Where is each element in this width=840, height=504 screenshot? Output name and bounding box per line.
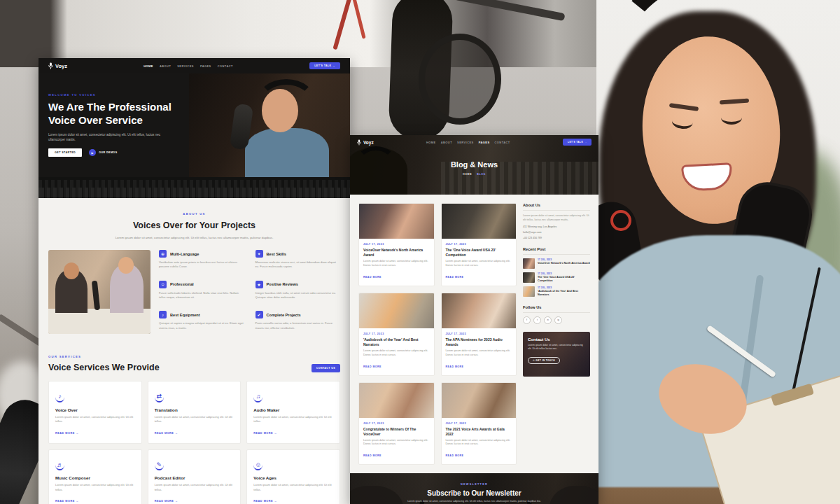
woman-with-headphones-photo (596, 0, 840, 504)
blog-post-card[interactable]: JULY 17, 2023 Congratulate to Winners Of… (358, 382, 435, 465)
get-in-touch-button[interactable]: ✆ GET IN TOUCH (528, 357, 560, 364)
main-nav: HOME ABOUT SERVICES PAGES CONTACT (144, 64, 233, 68)
blog-post-card[interactable]: JULY 17, 2023 'Audiobook of the Year' An… (358, 293, 435, 376)
blog-post-card[interactable]: JULY 17, 2023 The 2021 Voice Arts Awards… (441, 382, 517, 465)
read-more-link[interactable]: READ MORE → (155, 500, 178, 503)
post-image (442, 204, 517, 239)
our-demos-button[interactable]: ▶ OUR DEMOS (89, 149, 117, 156)
logo-text: Voyz (363, 140, 374, 145)
feature-positive-reviews: ★Positive Reviews Integer faucibus nibh … (255, 281, 341, 304)
post-title[interactable]: The 'One Voice Award USA 23' Competition (446, 248, 512, 258)
feature-title: Complete Projects (267, 313, 301, 317)
read-more-link[interactable]: READ MORE (446, 365, 464, 368)
recent-post-item[interactable]: 17 JUL, 2023 VoiceOver Network's North A… (523, 258, 590, 269)
read-more-link[interactable]: READ MORE → (253, 432, 277, 435)
read-more-link[interactable]: READ MORE → (55, 500, 79, 503)
post-date: JULY 17, 2023 (363, 243, 430, 246)
service-card-translation[interactable]: ⇄ Translation Lorem ipsum dolor sit amet… (148, 381, 241, 444)
service-card-music-composer[interactable]: ♬ Music Composer Lorem ipsum dolor sit a… (48, 449, 142, 504)
read-more-link[interactable]: READ MORE → (55, 432, 79, 435)
breadcrumb-current: BLOG (477, 173, 486, 176)
nav-home[interactable]: HOME (144, 64, 153, 68)
address: 411 Winning way, Los Angeles (523, 225, 590, 228)
service-cards: ♪ Voice Over Lorem ipsum dolor sit amet,… (48, 381, 340, 504)
contact-card-text: Lorem ipsum dolor sit amet, consectetur … (528, 344, 585, 351)
voyz-logo[interactable]: Voyz (357, 139, 374, 146)
about-title: Voices Over for Your Projects (48, 220, 340, 230)
read-more-link[interactable]: READ MORE (363, 276, 382, 279)
service-description: Lorem ipsum dolor sit amet, consectetur … (253, 415, 333, 424)
headphones-icon: ♫ (253, 392, 262, 402)
mic-icon: ♪ (159, 311, 167, 318)
service-card-voice-over[interactable]: ♪ Voice Over Lorem ipsum dolor sit amet,… (48, 381, 142, 444)
service-description: Lorem ipsum dolor sit amet, consectetur … (155, 483, 234, 492)
contact-us-widget[interactable]: Contact Us Lorem ipsum dolor sit amet, c… (523, 332, 590, 377)
voyz-logo[interactable]: Voyz (48, 62, 67, 69)
feature-description: Fusce sollicitudin lobortis eleifend. Nu… (159, 291, 244, 300)
recent-post-item[interactable]: 17 JUL, 2023 'Audiobook of the Year' And… (523, 286, 590, 297)
widget-title: About Us (523, 203, 590, 211)
page-title: Blog & News (350, 160, 598, 169)
recent-post-title[interactable]: 'Audiobook of the Year' And Best Narrato… (538, 290, 590, 297)
breadcrumb-home[interactable]: HOME (463, 173, 472, 176)
blog-post-card[interactable]: JULY 17, 2023 The APA Nominees for 2023 … (441, 293, 517, 376)
feature-best-equipment: ♪Best Equipment Quisque et sapien a magn… (159, 311, 244, 334)
home-header: Voyz HOME ABOUT SERVICES PAGES CONTACT L… (38, 58, 350, 74)
service-title: Voice Over (55, 407, 135, 412)
post-title[interactable]: The 2021 Voice Arts Awards at Gala 2022 (446, 427, 512, 437)
check-icon: ✔ (255, 311, 263, 318)
edit-icon: ✎ (155, 460, 164, 470)
phone[interactable]: +00 123 456 789 (523, 237, 590, 239)
twitter-icon[interactable]: t (533, 316, 541, 324)
service-description: Lorem ipsum dolor sit amet, consectetur … (253, 483, 333, 492)
blog-post-card[interactable]: JULY 17, 2023 The 'One Voice Award USA 2… (441, 203, 517, 286)
get-started-button[interactable]: GET STARTED (48, 148, 82, 157)
post-title[interactable]: VoiceOver Network's North America Award (363, 248, 430, 258)
read-more-link[interactable]: READ MORE → (155, 432, 178, 435)
blog-post-card[interactable]: JULY 17, 2023 VoiceOver Network's North … (358, 203, 435, 286)
feature-title: Best Skills (267, 252, 286, 256)
nav-contact[interactable]: CONTACT (495, 141, 510, 144)
lets-talk-button[interactable]: LET'S TALK → (309, 62, 340, 69)
recent-post-title[interactable]: VoiceOver Network's North America Award (538, 262, 590, 265)
recent-post-thumbnail (523, 258, 535, 269)
translation-icon: ⇄ (155, 392, 164, 402)
post-image (359, 204, 434, 239)
mic-logo-icon (357, 139, 361, 146)
read-more-link[interactable]: READ MORE (363, 454, 382, 457)
lets-talk-button[interactable]: LET'S TALK → (563, 139, 592, 146)
nav-about[interactable]: ABOUT (160, 64, 171, 68)
service-card-voice-ages[interactable]: ☺ Voice Ages Lorem ipsum dolor sit amet,… (246, 449, 340, 504)
feature-multi-language: ⊕Multi-Language Vestibulum ante ipsum pr… (159, 250, 244, 273)
instagram-icon[interactable]: ig (554, 316, 562, 324)
nav-services[interactable]: SERVICES (457, 141, 474, 144)
service-card-podcast-editor[interactable]: ✎ Podcast Editor Lorem ipsum dolor sit a… (148, 449, 241, 504)
post-title[interactable]: The APA Nominees for 2023 Audio Awards (446, 337, 512, 347)
read-more-link[interactable]: READ MORE (363, 365, 382, 368)
breadcrumb: HOMEBLOG (350, 173, 598, 176)
post-title[interactable]: 'Audiobook of the Year' And Best Narrato… (363, 337, 430, 347)
feature-title: Professional (170, 282, 194, 286)
nav-pages[interactable]: PAGES (200, 64, 211, 68)
service-card-audio-maker[interactable]: ♫ Audio Maker Lorem ipsum dolor sit amet… (246, 381, 340, 444)
contact-us-button[interactable]: CONTACT US (312, 364, 340, 372)
nav-contact[interactable]: CONTACT (218, 64, 233, 68)
post-title[interactable]: Congratulate to Winners Of The VoiceOver (363, 427, 430, 437)
post-excerpt: Lorem ipsum dolor sit amet, consectetur … (363, 260, 430, 268)
email[interactable]: hello@voyz.com (523, 231, 590, 234)
facebook-icon[interactable]: f (523, 316, 531, 324)
read-more-link[interactable]: READ MORE (446, 276, 464, 279)
read-more-link[interactable]: READ MORE → (253, 500, 277, 503)
nav-about[interactable]: ABOUT (441, 141, 452, 144)
linkedin-icon[interactable]: in (544, 316, 552, 324)
headphone-red-ring (610, 210, 631, 231)
recent-post-title[interactable]: The 'One Voice Award USA 23' Competition (538, 276, 590, 283)
desktop-composite: Voyz HOME ABOUT SERVICES PAGES CONTACT L… (0, 0, 840, 504)
recent-post-item[interactable]: 17 JUL, 2023 The 'One Voice Award USA 23… (523, 272, 590, 283)
mic-logo-icon (48, 62, 53, 69)
post-date: JULY 17, 2023 (363, 332, 430, 335)
read-more-link[interactable]: READ MORE (446, 454, 464, 457)
nav-services[interactable]: SERVICES (177, 64, 194, 68)
nav-pages[interactable]: PAGES (479, 141, 490, 144)
nav-home[interactable]: HOME (426, 141, 436, 144)
